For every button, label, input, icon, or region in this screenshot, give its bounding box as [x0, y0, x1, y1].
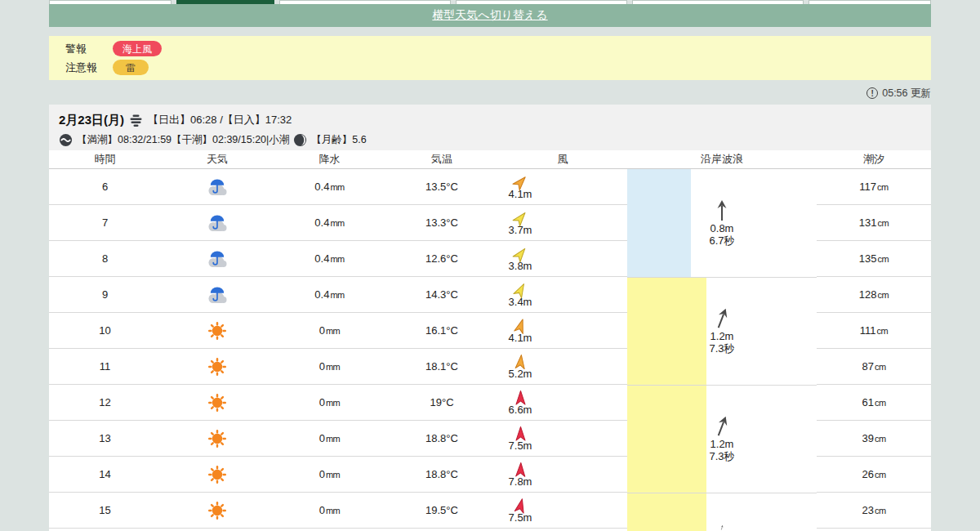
precip-unit: mm: [330, 254, 344, 264]
wind-direction-icon: [514, 390, 528, 406]
precip-value: 0: [319, 396, 325, 408]
weather-icon-slot: [207, 392, 228, 413]
weather-cell: [161, 205, 274, 241]
tide-unit: cm: [878, 254, 889, 264]
time-cell: 13: [49, 421, 161, 457]
weather-icon-slot: [206, 212, 229, 234]
warning-badge[interactable]: 海上風: [113, 41, 162, 56]
forecast-card: 2月23日(月) 【日出】06:28 /【日入】17:32 【満潮】08:32/…: [49, 105, 931, 531]
precip-unit: mm: [326, 506, 340, 515]
weather-cell: [161, 493, 274, 529]
warning-label: 警報: [65, 42, 113, 56]
sunny-icon: [207, 392, 228, 413]
tide-unit: cm: [877, 326, 889, 336]
wind-direction-icon: [513, 461, 528, 478]
precip-value: 0.4: [314, 252, 329, 265]
column-header-4: 風: [498, 152, 627, 167]
precip-unit: mm: [326, 362, 340, 372]
sunny-icon: [207, 356, 228, 377]
temp-cell: 13.3°C: [385, 205, 498, 241]
tide-value: 135: [859, 252, 877, 265]
table-body: 0.8m 6.7秒 1.2m 7.3秒 1.2m 7.3秒 6: [49, 169, 931, 531]
precip-cell: 0mm: [274, 493, 385, 529]
temp-cell: 18.8°C: [385, 421, 498, 457]
weather-page: 横型天気へ切り替える 警報 海上風 注意報 雷 ! 05:56 更新 2月23日…: [0, 0, 980, 531]
temp-cell: 18.1°C: [385, 349, 498, 385]
weather-icon-slot: [206, 176, 229, 198]
temp-value: 19°C: [430, 396, 453, 408]
precip-cell: 0.4mm: [274, 205, 385, 241]
precip-value: 0.4: [314, 181, 329, 193]
precip-unit: mm: [330, 290, 344, 300]
precip-cell: 0mm: [274, 313, 385, 349]
table-row: 13 0mm 18.8°C 7.5m: [49, 421, 931, 457]
table-row: 9 0.4mm 14.3°C 3.4m: [49, 277, 931, 313]
sunny-icon: [207, 464, 228, 485]
sunrise-icon: [129, 114, 143, 127]
sunny-icon: [207, 500, 228, 521]
wind-box: 4.1m: [498, 318, 542, 344]
precip-unit: mm: [330, 218, 344, 228]
tide-times: 【満潮】08:32/21:59【干潮】02:39/15:20|小潮: [77, 133, 289, 147]
temp-cell: 14.3°C: [385, 277, 498, 313]
precip-value: 0: [319, 324, 325, 337]
info-icon: !: [866, 87, 878, 99]
time-cell: 6: [49, 169, 161, 205]
advisory-badge[interactable]: 雷: [113, 60, 149, 75]
time-cell: 9: [49, 277, 161, 313]
temp-value: 18.8°C: [425, 468, 458, 480]
rain-umbrella-icon: [206, 176, 229, 198]
temp-cell: 16.1°C: [385, 313, 498, 349]
wind-cell: 5.2m: [498, 349, 627, 385]
wind-box: 6.6m: [498, 390, 542, 416]
wind-box: 7.5m: [498, 426, 542, 452]
tide-cell: 26cm: [817, 457, 931, 493]
temp-value: 13.5°C: [425, 181, 458, 193]
wind-cell: 3.8m: [498, 241, 627, 277]
rain-umbrella-icon: [206, 248, 229, 270]
update-time: ! 05:56 更新: [49, 85, 931, 101]
wind-cell: 7.8m: [498, 457, 627, 493]
weather-icon-slot: [207, 464, 228, 485]
time-cell: 10: [49, 313, 161, 349]
weather-icon-slot: [207, 500, 228, 521]
wave-cell: [627, 313, 817, 349]
moon-age: 【月齢】5.6: [311, 133, 366, 147]
tide-value: 61: [862, 396, 873, 408]
wind-direction-icon: [513, 353, 528, 371]
rain-umbrella-icon: [206, 212, 229, 234]
precip-value: 0: [319, 360, 325, 373]
temp-value: 14.3°C: [425, 288, 458, 301]
switch-to-horizontal-link[interactable]: 横型天気へ切り替える: [432, 8, 547, 23]
temp-value: 18.8°C: [425, 432, 458, 444]
time-cell: 11: [49, 349, 161, 385]
precip-cell: 0mm: [274, 385, 385, 421]
column-header-0: 時間: [49, 152, 161, 167]
wind-cell: 6.6m: [498, 385, 627, 421]
table-row: 14 0mm 18.8°C 7.8m: [49, 457, 931, 493]
column-header-3: 気温: [385, 152, 498, 167]
tide-cell: 39cm: [817, 421, 931, 457]
tide-cell: 111cm: [817, 313, 931, 349]
precip-unit: mm: [330, 182, 344, 192]
wave-cell: [627, 169, 817, 205]
wind-cell: 3.4m: [498, 277, 627, 313]
temp-cell: 12.6°C: [385, 241, 498, 277]
tide-unit: cm: [878, 290, 889, 300]
weather-cell: [161, 277, 274, 313]
wind-box: 4.1m: [498, 174, 542, 200]
time-cell: 14: [49, 457, 161, 493]
wave-cell: [627, 241, 817, 277]
warning-row: 警報 海上風: [65, 41, 931, 56]
tide-unit: cm: [875, 506, 886, 515]
wave-cell: [627, 205, 817, 241]
precip-value: 0.4: [314, 216, 329, 229]
table-row: 15 0mm 19.5°C 7.5m: [49, 493, 931, 529]
precip-unit: mm: [326, 470, 340, 480]
tide-wave-icon: [59, 133, 73, 147]
precip-cell: 0.4mm: [274, 241, 385, 277]
time-cell: 15: [49, 493, 161, 529]
time-cell: 12: [49, 385, 161, 421]
tide-unit: cm: [875, 398, 886, 408]
sunny-icon: [207, 320, 228, 341]
